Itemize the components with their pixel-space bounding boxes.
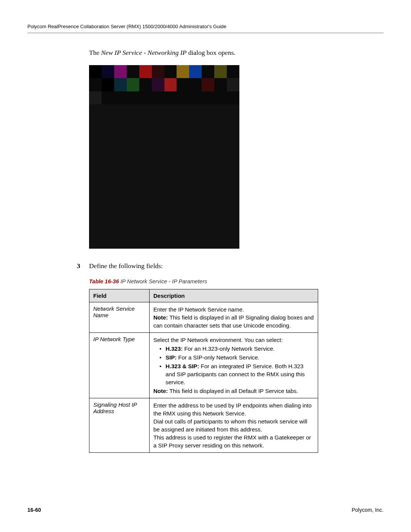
desc-text: Enter the IP Network Service name. bbox=[153, 306, 244, 313]
table-header-description: Description bbox=[150, 289, 318, 302]
list-item: H.323: For an H.323-only Network Service… bbox=[159, 345, 314, 353]
bullet-text: For a SIP-only Network Service. bbox=[177, 354, 260, 361]
field-desc-cell: Enter the address to be used by IP endpo… bbox=[150, 398, 318, 453]
step-number: 3 bbox=[77, 262, 89, 270]
intro-suffix: dialog box opens. bbox=[186, 49, 235, 56]
step-text: Define the following fields: bbox=[89, 262, 163, 270]
ip-parameters-table: Field Description Network Service Name E… bbox=[89, 289, 318, 453]
header-rule bbox=[27, 32, 384, 34]
field-name-cell: IP Network Type bbox=[89, 333, 150, 398]
field-name-cell: Network Service Name bbox=[89, 302, 150, 333]
table-row: Network Service Name Enter the IP Networ… bbox=[89, 302, 318, 333]
document-header: Polycom RealPresence Collaboration Serve… bbox=[27, 24, 384, 29]
field-desc-cell: Enter the IP Network Service name. Note:… bbox=[150, 302, 318, 333]
bullet-text: For an H.323-only Network Service. bbox=[183, 345, 275, 352]
field-desc-cell: Select the IP Network environment. You c… bbox=[150, 333, 318, 398]
table-caption-title: IP Network Service - IP Parameters bbox=[119, 278, 207, 284]
note-text: This field is displayed in all IP Signal… bbox=[153, 314, 314, 329]
footer-company: Polycom, Inc. bbox=[352, 507, 384, 513]
desc-text: This address is used to register the RMX… bbox=[153, 434, 311, 449]
bullet-bold: H.323 & SIP: bbox=[166, 363, 199, 369]
note-label: Note: bbox=[153, 388, 168, 394]
bullet-list: H.323: For an H.323-only Network Service… bbox=[153, 345, 314, 386]
table-row: Signaling Host IP Address Enter the addr… bbox=[89, 398, 318, 453]
intro-text: The New IP Service - Networking IP dialo… bbox=[89, 49, 384, 57]
step-row: 3 Define the following fields: bbox=[89, 262, 384, 270]
page-number: 16-60 bbox=[27, 507, 41, 513]
dialog-screenshot bbox=[89, 65, 239, 249]
intro-prefix: The bbox=[89, 49, 101, 56]
bullet-bold: SIP: bbox=[166, 354, 177, 361]
intro-dialog-name: New IP Service - Networking IP bbox=[101, 49, 187, 56]
table-row: IP Network Type Select the IP Network en… bbox=[89, 333, 318, 398]
bullet-bold: H.323: bbox=[166, 345, 183, 352]
table-caption: Table 16-36 IP Network Service - IP Para… bbox=[89, 278, 384, 284]
desc-text: Enter the address to be used by IP endpo… bbox=[153, 402, 312, 417]
list-item: H.323 & SIP: For an integrated IP Servic… bbox=[159, 362, 314, 386]
list-item: SIP: For a SIP-only Network Service. bbox=[159, 353, 314, 361]
note-label: Note: bbox=[153, 314, 168, 321]
note-text: This field is displayed in all Default I… bbox=[168, 388, 298, 394]
desc-text: Select the IP Network environment. You c… bbox=[153, 337, 283, 343]
page-footer: 16-60 Polycom, Inc. bbox=[27, 507, 384, 513]
table-caption-label: Table 16-36 bbox=[89, 278, 119, 284]
desc-text: Dial out calls of participants to whom t… bbox=[153, 418, 307, 433]
field-name-cell: Signaling Host IP Address bbox=[89, 398, 150, 453]
table-header-field: Field bbox=[89, 289, 150, 302]
